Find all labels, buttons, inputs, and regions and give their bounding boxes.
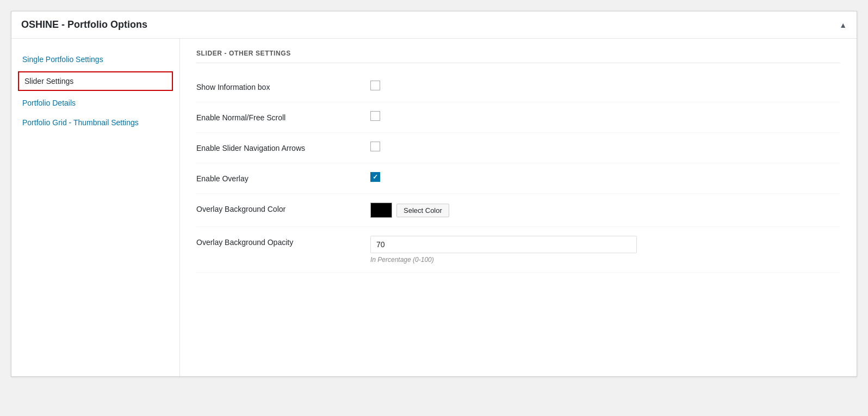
settings-label-enable-normal-scroll: Enable Normal/Free Scroll [196,111,370,124]
settings-row-enable-overlay: Enable Overlay [196,163,840,194]
checkbox-enable-normal-scroll[interactable] [370,111,380,121]
settings-label-enable-overlay: Enable Overlay [196,172,370,185]
settings-label-enable-slider-arrows: Enable Slider Navigation Arrows [196,142,370,154]
section-title: SLIDER - OTHER SETTINGS [196,50,840,63]
sidebar-item-portfolio-details[interactable]: Portfolio Details [11,93,179,113]
main-content: SLIDER - OTHER SETTINGS Show Information… [180,39,857,376]
sidebar-item-portfolio-grid[interactable]: Portfolio Grid - Thumbnail Settings [11,113,179,132]
settings-control-enable-slider-arrows [370,142,840,151]
settings-label-overlay-bg-color: Overlay Background Color [196,203,370,215]
settings-control-enable-overlay [370,172,840,182]
settings-row-show-info-box: Show Information box [196,72,840,102]
opacity-input-overlay-bg-opacity[interactable] [370,236,637,253]
settings-row-enable-normal-scroll: Enable Normal/Free Scroll [196,102,840,133]
color-swatch-overlay-bg-color[interactable] [370,203,392,218]
checkbox-enable-overlay[interactable] [370,172,380,182]
opacity-wrapper: In Percentage (0-100) [370,236,637,264]
settings-control-overlay-bg-opacity: In Percentage (0-100) [370,236,840,264]
settings-table: Show Information boxEnable Normal/Free S… [196,72,840,273]
settings-label-show-info-box: Show Information box [196,81,370,93]
sidebar: Single Portfolio SettingsSlider Settings… [11,39,180,376]
settings-control-overlay-bg-color: Select Color [370,203,840,218]
panel-header: OSHINE - Portfolio Options ▲ [11,11,857,39]
portfolio-options-panel: OSHINE - Portfolio Options ▲ Single Port… [11,11,857,377]
checkbox-enable-slider-arrows[interactable] [370,142,380,151]
collapse-icon[interactable]: ▲ [839,21,847,29]
settings-row-overlay-bg-color: Overlay Background ColorSelect Color [196,194,840,227]
settings-control-show-info-box [370,81,840,90]
settings-row-overlay-bg-opacity: Overlay Background OpacityIn Percentage … [196,227,840,273]
select-color-button-overlay-bg-color[interactable]: Select Color [396,204,449,217]
checkbox-show-info-box[interactable] [370,81,380,90]
sidebar-item-slider-settings[interactable]: Slider Settings [18,71,173,91]
panel-title: OSHINE - Portfolio Options [21,19,147,30]
panel-body: Single Portfolio SettingsSlider Settings… [11,39,857,376]
hint-text-overlay-bg-opacity: In Percentage (0-100) [370,256,637,264]
settings-control-enable-normal-scroll [370,111,840,121]
settings-label-overlay-bg-opacity: Overlay Background Opacity [196,236,370,248]
sidebar-item-single-portfolio[interactable]: Single Portfolio Settings [11,50,179,69]
settings-row-enable-slider-arrows: Enable Slider Navigation Arrows [196,133,840,163]
